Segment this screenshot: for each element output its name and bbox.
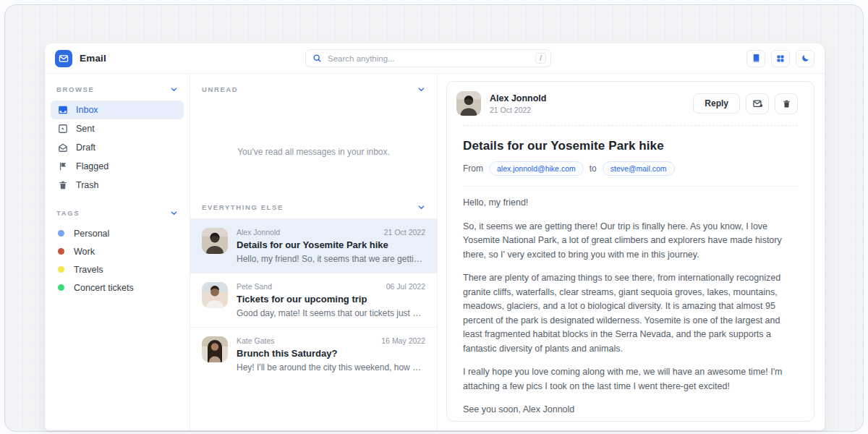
sidebar-item-draft[interactable]: Draft <box>51 138 184 157</box>
reply-button[interactable]: Reply <box>693 93 740 114</box>
message-list-panel: UNREAD You've read all messages in your … <box>190 74 438 430</box>
body-paragraph: There are plenty of amazing things to se… <box>463 271 798 356</box>
topbar-actions <box>746 50 814 67</box>
email-subject: Details for our Yosemite Park hike <box>237 239 425 250</box>
sent-icon <box>58 124 68 134</box>
email-list-item-kate[interactable]: Kate Gates 16 May 2022 Brunch this Satur… <box>190 327 437 381</box>
chevron-down-icon[interactable] <box>417 203 425 211</box>
browse-section-label: BROWSE <box>56 85 94 93</box>
tag-label: Work <box>74 247 95 257</box>
trash-icon[interactable] <box>775 93 798 114</box>
brand: Email <box>55 50 305 67</box>
browse-section-header: BROWSE <box>45 85 190 93</box>
detail-header: Alex Jonnold 21 Oct 2022 Reply <box>456 91 798 116</box>
tags-section: TAGS Personal Work <box>45 209 190 297</box>
from-to-row: From alex.jonnold@hike.com to steve@mail… <box>463 161 798 176</box>
to-label: to <box>590 163 597 174</box>
body-paragraph: I really hope you love coming along with… <box>463 365 798 393</box>
tag-label: Travels <box>74 265 103 275</box>
detail-sender-name: Alex Jonnold <box>490 93 546 103</box>
email-list-item-pete[interactable]: Pete Sand 06 Jul 2022 Tickets for our up… <box>190 273 437 327</box>
detail-actions: Reply <box>693 93 798 114</box>
divider <box>463 186 798 187</box>
email-summary: Pete Sand 06 Jul 2022 Tickets for our up… <box>237 282 425 318</box>
tag-dot-travels <box>58 266 64 273</box>
chevron-down-icon[interactable] <box>170 85 178 93</box>
email-body: Hello, my friend! So, it seems we are ge… <box>463 196 798 417</box>
sidebar-item-label: Sent <box>76 124 95 134</box>
body-paragraph: So, it seems we are getting there! Our t… <box>463 220 798 263</box>
sidebar: BROWSE Inbox Sent Draft <box>45 74 190 430</box>
flag-icon <box>58 161 68 171</box>
search-shortcut-key: / <box>535 53 546 64</box>
email-preview: Hello, my friend! So, it seems that we a… <box>237 254 425 264</box>
detail-panel-wrapper: Alex Jonnold 21 Oct 2022 Reply <box>438 74 825 430</box>
tag-item-personal[interactable]: Personal <box>51 224 184 242</box>
detail-sender-block: Alex Jonnold 21 Oct 2022 <box>490 93 546 114</box>
app-title: Email <box>80 53 106 64</box>
everything-else-section-header: EVERYTHING ELSE <box>190 203 437 211</box>
body-paragraph: Hello, my friend! <box>463 196 798 210</box>
envelope-forward-icon[interactable] <box>746 93 769 114</box>
sidebar-item-trash[interactable]: Trash <box>51 176 184 195</box>
email-sender: Alex Jonnold <box>237 228 280 237</box>
tag-label: Personal <box>74 229 109 239</box>
trash-icon <box>58 180 68 190</box>
avatar <box>202 336 228 362</box>
email-list-item-alex[interactable]: Alex Jonnold 21 Oct 2022 Details for our… <box>190 218 437 273</box>
from-label: From <box>463 163 483 174</box>
unread-empty-state: You've read all messages in your inbox. <box>190 101 437 203</box>
to-email-chip[interactable]: steve@mail.com <box>603 161 675 176</box>
email-date: 21 Oct 2022 <box>384 228 425 237</box>
tag-dot-concert-tickets <box>58 284 64 291</box>
email-sender: Kate Gates <box>237 336 275 345</box>
tag-item-travels[interactable]: Travels <box>51 260 184 278</box>
tags-section-label: TAGS <box>56 209 80 217</box>
moon-icon[interactable] <box>796 50 814 67</box>
email-summary: Kate Gates 16 May 2022 Brunch this Satur… <box>237 336 425 373</box>
email-summary: Alex Jonnold 21 Oct 2022 Details for our… <box>237 228 425 264</box>
sidebar-item-label: Flagged <box>76 161 109 171</box>
from-email-chip[interactable]: alex.jonnold@hike.com <box>489 161 584 176</box>
unread-empty-message: You've read all messages in your inbox. <box>237 147 390 157</box>
email-subject: Tickets for our upcoming trip <box>237 294 425 305</box>
email-subject: Brunch this Saturday? <box>237 348 425 359</box>
avatar <box>202 228 228 254</box>
detail-content: Details for our Yosemite Park hike From … <box>456 139 798 422</box>
book-icon[interactable] <box>746 50 765 67</box>
detail-date: 21 Oct 2022 <box>490 106 546 114</box>
tag-item-concert-tickets[interactable]: Concert tickets <box>51 278 184 297</box>
sidebar-item-sent[interactable]: Sent <box>51 119 184 138</box>
avatar <box>202 282 228 308</box>
email-preview: Good day, mate! It seems that our ticket… <box>237 308 425 318</box>
sidebar-item-label: Trash <box>76 180 99 190</box>
grid-icon[interactable] <box>771 50 790 67</box>
email-detail-card: Alex Jonnold 21 Oct 2022 Reply <box>446 81 814 422</box>
inbox-icon <box>58 105 68 115</box>
search-input[interactable] <box>328 54 529 63</box>
chevron-down-icon[interactable] <box>417 85 425 93</box>
everything-else-section-label: EVERYTHING ELSE <box>202 203 284 211</box>
sidebar-item-label: Inbox <box>76 105 98 115</box>
search-icon <box>312 54 322 63</box>
main-area: BROWSE Inbox Sent Draft <box>45 74 825 430</box>
avatar <box>456 91 481 116</box>
search-bar[interactable]: / <box>305 49 551 67</box>
email-date: 06 Jul 2022 <box>386 282 425 291</box>
unread-section-label: UNREAD <box>202 85 238 93</box>
browse-nav: Inbox Sent Draft Flagged Trash <box>45 101 190 195</box>
sidebar-item-flagged[interactable]: Flagged <box>51 157 184 176</box>
email-logo-icon <box>55 50 72 67</box>
unread-section-header: UNREAD <box>190 85 437 93</box>
email-preview: Hey! I'll be around the city this weeken… <box>237 362 425 373</box>
tag-item-work[interactable]: Work <box>51 242 184 260</box>
tags-nav: Personal Work Travels Concert tickets <box>45 224 190 297</box>
tag-dot-personal <box>58 230 64 237</box>
chevron-down-icon[interactable] <box>170 209 178 217</box>
sidebar-item-label: Draft <box>76 142 95 153</box>
email-sender: Pete Sand <box>237 282 272 291</box>
tag-dot-work <box>58 248 64 255</box>
detail-subject: Details for our Yosemite Park hike <box>463 139 798 153</box>
email-date: 16 May 2022 <box>381 336 425 345</box>
sidebar-item-inbox[interactable]: Inbox <box>51 101 184 119</box>
